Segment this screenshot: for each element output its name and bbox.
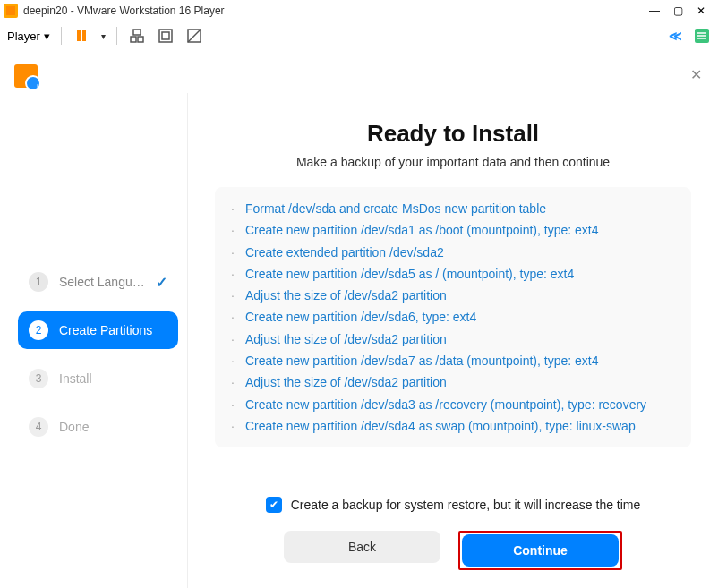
svg-rect-7: [162, 32, 169, 39]
chevron-down-icon: ▾: [44, 30, 50, 43]
plan-item: ·Create new partition /dev/sda6, type: e…: [231, 306, 675, 328]
plan-item: ·Create new partition /dev/sda3 as /reco…: [231, 394, 675, 415]
step-install: 3 Install: [18, 360, 178, 397]
plan-item-text: Adjust the size of /dev/sda2 partition: [245, 330, 447, 348]
svg-rect-3: [133, 30, 141, 35]
plan-item-text: Create new partition /dev/sda3 as /recov…: [245, 396, 646, 413]
installer-window: ✕ 1 Select Langu… 2 Create Partitions 3 …: [0, 50, 718, 588]
plan-item-text: Create new partition /dev/sda1 as /boot …: [245, 221, 599, 239]
partition-plan-list: ·Format /dev/sda and create MsDos new pa…: [215, 187, 691, 447]
toolbar-separator: [116, 27, 117, 45]
step-number: 4: [29, 417, 48, 437]
step-done: 4 Done: [18, 408, 178, 446]
plan-item: ·Adjust the size of /dev/sda2 partition: [231, 328, 675, 350]
installer-logo-icon: [14, 64, 38, 88]
plan-item: ·Adjust the size of /dev/sda2 partition: [231, 371, 675, 393]
svg-rect-6: [159, 30, 172, 42]
vmware-toolbar: Player ▾ ▾ ≪: [0, 21, 718, 50]
minimize-button[interactable]: —: [648, 4, 661, 17]
close-icon[interactable]: ✕: [690, 66, 702, 83]
svg-rect-5: [138, 37, 143, 42]
vmware-app-icon: [4, 4, 18, 18]
bullet-icon: ·: [231, 286, 235, 304]
bullet-icon: ·: [231, 243, 235, 261]
unity-mode-icon[interactable]: [185, 27, 203, 45]
maximize-button[interactable]: ▢: [671, 4, 684, 17]
step-number: 2: [29, 320, 48, 340]
bullet-icon: ·: [231, 352, 235, 370]
step-label: Select Langu…: [59, 275, 145, 289]
plan-item: ·Create new partition /dev/sda7 as /data…: [231, 350, 675, 371]
svg-rect-4: [131, 37, 136, 42]
bullet-icon: ·: [231, 373, 235, 391]
continue-button-highlight: Continue: [458, 531, 622, 570]
bullet-icon: ·: [231, 221, 235, 239]
svg-rect-0: [6, 6, 15, 15]
bullet-icon: ·: [231, 265, 235, 283]
bullet-icon: ·: [231, 417, 235, 435]
plan-item-text: Create new partition /dev/sda6, type: ex…: [245, 308, 476, 326]
plan-item: ·Create extended partition /dev/sda2: [231, 242, 675, 263]
backup-checkbox-label: Create a backup for system restore, but …: [291, 498, 641, 512]
plan-item: ·Format /dev/sda and create MsDos new pa…: [231, 198, 675, 219]
plan-item-text: Create new partition /dev/sda4 as swap (…: [245, 417, 636, 435]
installer-main: Ready to Install Make a backup of your i…: [188, 93, 718, 588]
step-label: Done: [59, 420, 89, 434]
bullet-icon: ·: [231, 308, 235, 326]
svg-rect-1: [77, 30, 81, 41]
send-ctrl-alt-del-icon[interactable]: [128, 27, 146, 45]
rewind-icon[interactable]: ≪: [666, 27, 684, 45]
window-title: deepin20 - VMware Workstation 16 Player: [23, 4, 648, 17]
chevron-down-icon[interactable]: ▾: [101, 31, 106, 41]
step-select-language[interactable]: 1 Select Langu…: [18, 263, 178, 301]
plan-item-text: Create new partition /dev/sda5 as / (mou…: [245, 265, 574, 283]
svg-line-9: [188, 30, 201, 42]
continue-button[interactable]: Continue: [462, 534, 619, 567]
installer-sidebar: 1 Select Langu… 2 Create Partitions 3 In…: [0, 93, 188, 588]
page-subtitle: Make a backup of your important data and…: [215, 155, 691, 169]
settings-icon[interactable]: [693, 27, 711, 45]
step-label: Create Partitions: [59, 323, 152, 337]
plan-item: ·Create new partition /dev/sda1 as /boot…: [231, 219, 675, 241]
plan-item: ·Create new partition /dev/sda4 as swap …: [231, 415, 675, 437]
plan-item-text: Adjust the size of /dev/sda2 partition: [245, 286, 447, 304]
bullet-icon: ·: [231, 396, 235, 413]
bullet-icon: ·: [231, 200, 235, 217]
plan-item-text: Create new partition /dev/sda7 as /data …: [245, 352, 599, 370]
pause-icon[interactable]: [73, 27, 90, 45]
step-number: 1: [29, 272, 48, 292]
toolbar-separator: [61, 27, 62, 45]
plan-item-text: Create extended partition /dev/sda2: [245, 243, 444, 261]
plan-item: ·Adjust the size of /dev/sda2 partition: [231, 285, 675, 306]
plan-item-text: Format /dev/sda and create MsDos new par…: [245, 200, 546, 217]
step-create-partitions[interactable]: 2 Create Partitions: [18, 311, 178, 349]
page-title: Ready to Install: [215, 120, 691, 148]
step-label: Install: [59, 371, 92, 386]
backup-checkbox[interactable]: ✔: [266, 497, 282, 513]
bullet-icon: ·: [231, 330, 235, 348]
player-menu[interactable]: Player ▾: [7, 30, 50, 43]
close-button[interactable]: ✕: [695, 4, 707, 17]
step-number: 3: [29, 369, 48, 388]
back-button[interactable]: Back: [284, 531, 440, 563]
plan-item-text: Adjust the size of /dev/sda2 partition: [245, 373, 447, 391]
fullscreen-icon[interactable]: [157, 27, 175, 45]
svg-rect-2: [82, 30, 86, 41]
window-titlebar: deepin20 - VMware Workstation 16 Player …: [0, 0, 718, 21]
plan-item: ·Create new partition /dev/sda5 as / (mo…: [231, 263, 675, 285]
